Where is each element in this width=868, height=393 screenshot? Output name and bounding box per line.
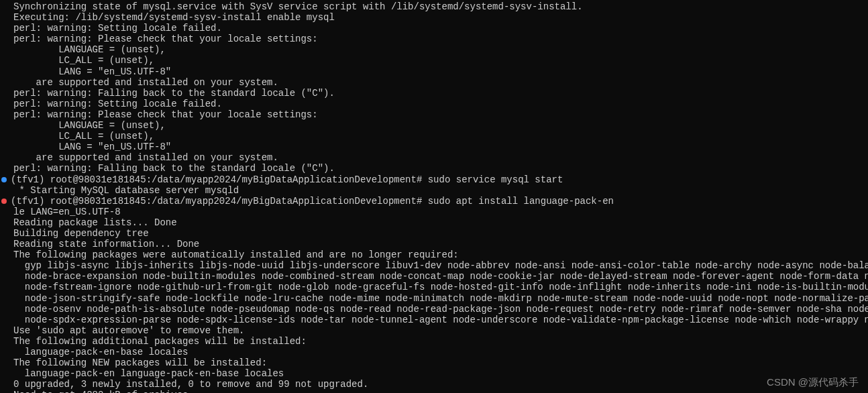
terminal-line: perl: warning: Falling back to the stand… xyxy=(0,88,868,99)
terminal-line: language-pack-en language-pack-en-base l… xyxy=(0,368,868,379)
terminal-line: 0 upgraded, 3 newly installed, 0 to remo… xyxy=(0,379,868,390)
status-dot-red xyxy=(1,199,7,204)
terminal-line: LANGUAGE = (unset), xyxy=(0,120,868,131)
terminal-line: Use 'sudo apt autoremove' to remove them… xyxy=(0,325,868,336)
prompt-line-1: (tfv1) root@98031e181845:/data/myapp2024… xyxy=(0,174,868,185)
terminal-line: LANG = "en_US.UTF-8" xyxy=(0,66,868,77)
terminal-line: LANG = "en_US.UTF-8" xyxy=(0,142,868,152)
terminal-line: perl: warning: Please check that your lo… xyxy=(0,34,868,44)
terminal-line: perl: warning: Setting locale failed. xyxy=(0,99,868,109)
terminal-line: node-brace-expansion node-builtin-module… xyxy=(0,271,868,282)
terminal-output[interactable]: Synchronizing state of mysql.service wit… xyxy=(0,1,868,393)
terminal-line: perl: warning: Setting locale failed. xyxy=(0,23,868,34)
terminal-line: Reading package lists... Done xyxy=(0,217,868,228)
terminal-line: are supported and installed on your syst… xyxy=(0,152,868,163)
terminal-line: are supported and installed on your syst… xyxy=(0,77,868,88)
prompt-text-1: (tfv1) root@98031e181845:/data/myapp2024… xyxy=(11,174,563,185)
terminal-line: gyp libjs-async libjs-inherits libjs-nod… xyxy=(0,260,868,271)
terminal-line: The following packages were automaticall… xyxy=(0,249,868,260)
terminal-line: LANGUAGE = (unset), xyxy=(0,44,868,55)
watermark: CSDN @源代码杀手 xyxy=(767,376,859,388)
terminal-line: Reading state information... Done xyxy=(0,239,868,249)
status-dot-blue xyxy=(1,177,7,182)
terminal-line: Executing: /lib/systemd/systemd-sysv-ins… xyxy=(0,12,868,23)
terminal-line: node-spdx-expression-parse node-spdx-lic… xyxy=(0,315,868,325)
terminal-line: The following additional packages will b… xyxy=(0,336,868,347)
terminal-line: perl: warning: Falling back to the stand… xyxy=(0,163,868,174)
terminal-line: Synchronizing state of mysql.service wit… xyxy=(0,1,868,12)
terminal-line: Need to get 4282 kB of archives. xyxy=(0,390,868,393)
terminal-line: language-pack-en-base locales xyxy=(0,347,868,357)
terminal-line: * Starting MySQL database server mysqld xyxy=(0,185,868,196)
prompt-text-2: (tfv1) root@98031e181845:/data/myapp2024… xyxy=(11,196,614,207)
terminal-line: perl: warning: Please check that your lo… xyxy=(0,109,868,120)
terminal-line: The following NEW packages will be insta… xyxy=(0,357,868,368)
terminal-line: node-json-stringify-safe node-lockfile n… xyxy=(0,293,868,304)
terminal-line: LC_ALL = (unset), xyxy=(0,131,868,142)
terminal-line: node-fstream-ignore node-github-url-from… xyxy=(0,282,868,292)
terminal-line: le LANG=en_US.UTF-8 xyxy=(0,207,868,217)
terminal-line: node-osenv node-path-is-absolute node-ps… xyxy=(0,304,868,315)
terminal-line: Building dependency tree xyxy=(0,228,868,239)
terminal-line: LC_ALL = (unset), xyxy=(0,55,868,66)
prompt-line-2: (tfv1) root@98031e181845:/data/myapp2024… xyxy=(0,196,868,207)
